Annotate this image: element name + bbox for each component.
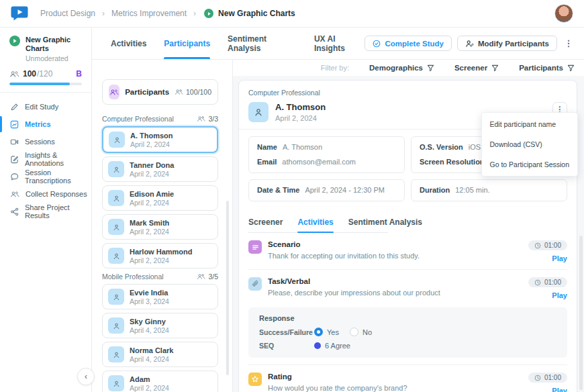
- tab-detail-activities[interactable]: Activities: [297, 215, 333, 232]
- study-status-icon: [9, 36, 20, 46]
- clock-icon: [534, 242, 541, 249]
- tab-screener[interactable]: Screener: [248, 215, 283, 232]
- play-link[interactable]: Play: [552, 387, 567, 392]
- participants-total: /120: [37, 69, 52, 79]
- menu-item-download-csv[interactable]: Download (CSV): [482, 134, 577, 154]
- radio-yes-selected[interactable]: [314, 328, 323, 336]
- duration-pill: 01:00: [528, 240, 567, 250]
- participant-group-label: Computer Professional: [248, 89, 567, 97]
- study-title: New Graphic Charts: [26, 36, 83, 53]
- datetime-value: April 2, 2024 - 12:30 PM: [305, 186, 385, 195]
- people-icon: [197, 115, 205, 122]
- funnel-icon: [427, 64, 434, 72]
- top-bar: Product Design › Metrics Improvement › N…: [0, 0, 584, 28]
- person-icon: [108, 346, 124, 362]
- people-icon: [9, 70, 19, 78]
- participant-card-harlow-hammond[interactable]: Harlow HammondApril 2, 2024: [102, 243, 218, 268]
- radio-no[interactable]: [350, 328, 358, 336]
- sidebar-item-collect-responses[interactable]: Collect Responses: [0, 185, 91, 203]
- complete-study-button[interactable]: Complete Study: [364, 36, 452, 51]
- study-tabs: Activities Participants Sentiment Analys…: [111, 28, 364, 59]
- participant-card-sky-ginny[interactable]: Sky GinnyApril 4, 2024: [102, 313, 218, 338]
- filter-screener[interactable]: Screener: [454, 64, 499, 72]
- participant-card-a-thomson[interactable]: A. ThomsonApril 2, 2024: [102, 126, 218, 153]
- people-icon: [197, 273, 205, 280]
- star-icon: [248, 373, 262, 386]
- person-icon: [108, 289, 124, 305]
- header-actions: Complete Study Modify Participants ⋮: [364, 36, 575, 51]
- sidebar-item-sessions[interactable]: Sessions: [0, 133, 91, 150]
- play-link[interactable]: Play: [552, 254, 567, 262]
- breadcrumb-level1[interactable]: Product Design: [40, 9, 95, 18]
- participant-card-norma-clark[interactable]: Norma ClarkApril 4, 2024: [102, 342, 218, 367]
- participant-card-tanner-dona[interactable]: Tanner DonaApril 2, 2024: [102, 156, 218, 182]
- section-header-mobile-professional: Mobile Professional 3/5: [102, 272, 218, 281]
- sidebar-collapse-button[interactable]: ‹: [77, 368, 95, 385]
- paperclip-icon: [248, 277, 262, 291]
- check-circle-icon: [373, 40, 381, 48]
- participants-count: 100: [23, 69, 36, 79]
- summary-label: Participants: [125, 88, 169, 96]
- menu-item-go-to-participant-session[interactable]: Go to Participant Session: [482, 154, 577, 175]
- participants-summary-card[interactable]: Participants 100/100: [102, 79, 218, 105]
- sidebar-item-insights-annotations[interactable]: Insights & Annotations: [0, 150, 91, 168]
- study-mode: Unmoderated: [26, 54, 83, 62]
- progress-fill: [9, 83, 70, 85]
- share-icon: [10, 207, 19, 216]
- metrics-chart-icon: [10, 120, 19, 129]
- participant-name-value: A. Thomson: [283, 143, 322, 152]
- people-icon: [10, 191, 19, 198]
- header-kebab-menu-icon[interactable]: ⋮: [563, 36, 575, 51]
- play-link[interactable]: Play: [552, 291, 567, 299]
- person-icon: [109, 132, 125, 148]
- pencil-icon: [10, 103, 19, 111]
- info-card-duration: Duration12:05 min.: [411, 179, 567, 201]
- person-icon: [108, 317, 124, 334]
- people-icon: [175, 89, 183, 95]
- video-camera-icon: [10, 138, 19, 146]
- sidebar-menu: Edit Study Metrics Sessions Insights & A…: [0, 93, 91, 220]
- participants-progress-bar: [9, 83, 82, 85]
- tab-ux-ai-insights[interactable]: UX AI Insights: [314, 28, 364, 59]
- breadcrumb-current: New Graphic Charts: [218, 9, 295, 18]
- list-scrollbar[interactable]: [226, 201, 229, 375]
- participants-count-row: 100/120 B: [0, 62, 91, 79]
- participant-card-mark-smith[interactable]: Mark SmithApril 2, 2024: [102, 214, 218, 240]
- tab-participants[interactable]: Participants: [164, 28, 210, 59]
- person-edit-icon: [465, 40, 474, 48]
- participant-context-menu: Edit participant name Download (CSV) Go …: [481, 112, 578, 177]
- participant-card-evvie-india[interactable]: Evvie IndiaApril 3, 2024: [102, 284, 218, 309]
- sidebar-item-edit-study[interactable]: Edit Study: [0, 98, 91, 115]
- main-scrollbar[interactable]: [579, 236, 583, 390]
- app-logo-icon[interactable]: [11, 5, 28, 21]
- sidebar: New Graphic Charts Unmoderated 100/120 B…: [0, 28, 92, 392]
- participant-card-edison-amie[interactable]: Edison AmieApril 2, 2024: [102, 185, 218, 211]
- beta-badge: B: [76, 69, 82, 79]
- filter-bar: Filter by: Demographics Screener Partici…: [233, 60, 584, 76]
- sidebar-item-share-project-results[interactable]: Share Project Results: [0, 203, 91, 220]
- tab-activities[interactable]: Activities: [111, 28, 146, 59]
- duration-pill: 01:00: [528, 277, 567, 287]
- sidebar-item-metrics[interactable]: Metrics: [0, 115, 91, 133]
- person-icon: [108, 248, 124, 264]
- menu-item-edit-participant-name[interactable]: Edit participant name: [482, 114, 577, 134]
- participant-card-adam[interactable]: AdamApril 2, 2024: [102, 371, 218, 392]
- sidebar-item-session-transcriptions[interactable]: Session Transcriptions: [0, 168, 91, 185]
- tab-detail-sentiment-analysis[interactable]: Sentiment Analysis: [348, 215, 422, 232]
- activity-row-rating: Rating How would you rate the company's …: [248, 364, 567, 392]
- breadcrumb-level2[interactable]: Metrics Improvement: [111, 9, 187, 18]
- chat-bubble-icon: [10, 173, 19, 181]
- study-header-band: Activities Participants Sentiment Analys…: [92, 28, 584, 60]
- tab-sentiment-analysis[interactable]: Sentiment Analysis: [228, 28, 297, 59]
- participant-list-panel: Participants 100/100 Computer Profession…: [92, 60, 233, 392]
- filter-participants[interactable]: Participants: [519, 64, 575, 72]
- funnel-icon: [567, 64, 575, 72]
- filter-demographics[interactable]: Demographics: [369, 64, 434, 72]
- info-card-identity: NameA. Thomson Emailathomson@email.com: [248, 136, 405, 173]
- study-status-icon: [204, 9, 213, 18]
- modify-participants-button[interactable]: Modify Participants: [457, 36, 557, 51]
- response-box-task: Response Success/Failure Yes No SEQ 6 Ag…: [248, 307, 567, 358]
- activity-row-scenario: Scenario Thank for accepting our invitat…: [248, 233, 567, 269]
- user-avatar[interactable]: [554, 4, 573, 23]
- success-failure-row: Success/Failure Yes No: [259, 328, 556, 336]
